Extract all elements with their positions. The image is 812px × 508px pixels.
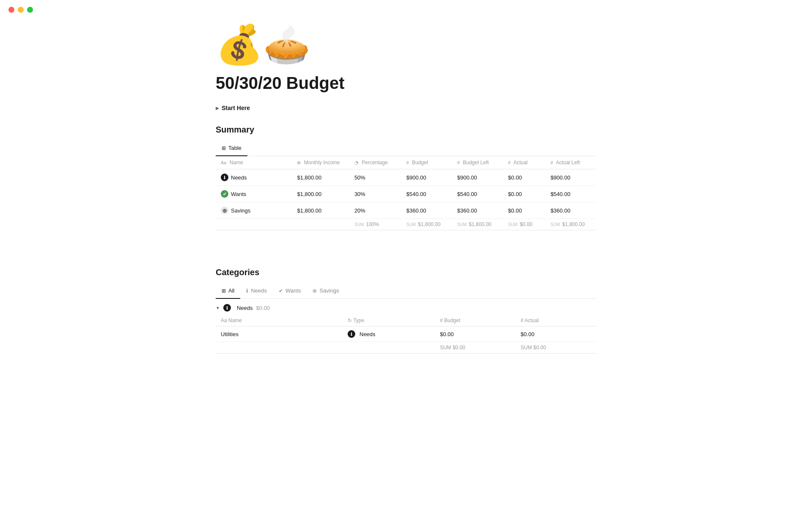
start-here-toggle[interactable]: ▶ Start Here — [216, 105, 596, 111]
hash-icon-3: # — [508, 160, 510, 165]
table-icon: ⊞ — [222, 145, 226, 151]
sort-icon: ⊕ — [297, 160, 301, 165]
text-icon: Aa — [221, 160, 226, 165]
page-icon: 💰🥧 — [216, 25, 596, 64]
sub-col-header-budget: # Budget — [435, 315, 516, 326]
tab-all-label: All — [228, 287, 234, 294]
hash-icon: # — [406, 160, 409, 165]
col-header-budget: # Budget — [401, 156, 452, 169]
categories-title: Categories — [216, 268, 596, 277]
categories-tab-bar: ⊞ All ℹ Needs ✔ Wants ⊕ Savings — [216, 284, 596, 299]
table-row[interactable]: ⊕ Savings $1,800.00 20% $360.00 $360.00 … — [216, 202, 596, 219]
needs-group-header: ▼ ℹ Needs $0.00 — [216, 299, 596, 315]
summary-savings-income: $1,800.00 — [292, 202, 349, 219]
sub-hash-icon-2: # — [521, 318, 524, 323]
traffic-lights — [0, 0, 41, 19]
close-button[interactable] — [8, 7, 14, 13]
maximize-button[interactable] — [27, 7, 33, 13]
col-header-percentage: ◔ Percentage — [349, 156, 401, 169]
col-header-budget-left: # Budget Left — [452, 156, 503, 169]
tab-wants[interactable]: ✔ Wants — [273, 284, 307, 299]
sub-sum-budget: SUM $0.00 — [435, 342, 516, 353]
needs-group-amount: $0.00 — [256, 305, 270, 311]
summary-tab-bar: ⊞ Table — [216, 141, 596, 156]
tab-savings[interactable]: ⊕ Savings — [307, 284, 345, 299]
sum-budget: SUM $1,800.00 — [401, 219, 452, 230]
summary-savings-budget-left: $360.00 — [452, 202, 503, 219]
tab-needs-label: Needs — [251, 287, 267, 294]
sub-sum-row: SUM $0.00 SUM $0.00 — [216, 342, 596, 353]
table-row[interactable]: ℹ Needs $1,800.00 50% $900.00 $900.00 $0… — [216, 169, 596, 186]
sum-actual: SUM $0.00 — [503, 219, 545, 230]
hash-icon-4: # — [551, 160, 553, 165]
summary-wants-budget: $540.00 — [401, 186, 452, 202]
summary-savings-name: ⊕ Savings — [216, 202, 292, 219]
sub-table-header: Aa Name ↻ Type # Budget # — [216, 315, 596, 326]
sub-col-header-actual: # Actual — [516, 315, 596, 326]
summary-wants-actual-left: $540.00 — [546, 186, 596, 202]
summary-needs-income: $1,800.00 — [292, 169, 349, 186]
summary-title: Summary — [216, 125, 596, 135]
cat-type-needs-icon: ℹ — [348, 330, 355, 338]
hash-icon-2: # — [457, 160, 460, 165]
summary-table: Aa Name ⊕ Monthly Income ◔ Percentage # … — [216, 156, 596, 230]
tab-wants-icon: ✔ — [279, 288, 283, 294]
sub-hash-icon: # — [440, 318, 443, 323]
page-title: 50/30/20 Budget — [216, 74, 596, 93]
tab-savings-label: Savings — [319, 287, 339, 294]
summary-wants-name: ✔ Wants — [216, 186, 292, 202]
summary-needs-budget-left: $900.00 — [452, 169, 503, 186]
summary-table-header: Aa Name ⊕ Monthly Income ◔ Percentage # … — [216, 156, 596, 169]
section-divider — [216, 234, 596, 247]
col-header-actual-left: # Actual Left — [546, 156, 596, 169]
tab-needs[interactable]: ℹ Needs — [240, 284, 273, 299]
summary-needs-pct: 50% — [349, 169, 401, 186]
sub-sum-actual: SUM $0.00 — [516, 342, 596, 353]
group-collapse-arrow[interactable]: ▼ — [216, 306, 220, 310]
tab-savings-icon: ⊕ — [313, 288, 317, 294]
needs-group-icon: ℹ — [223, 304, 231, 312]
summary-wants-budget-left: $540.00 — [452, 186, 503, 202]
cat-utilities-actual: $0.00 — [516, 326, 596, 342]
needs-group: ▼ ℹ Needs $0.00 Aa Name ↻ Type — [216, 299, 596, 353]
summary-wants-pct: 30% — [349, 186, 401, 202]
summary-savings-pct: 20% — [349, 202, 401, 219]
cat-utilities-budget: $0.00 — [435, 326, 516, 342]
tab-wants-label: Wants — [285, 287, 301, 294]
sub-col-header-name: Aa Name — [216, 315, 343, 326]
needs-icon: ℹ — [221, 174, 228, 181]
tab-table[interactable]: ⊞ Table — [216, 141, 247, 156]
summary-wants-actual: $0.00 — [503, 186, 545, 202]
toggle-label: Start Here — [222, 105, 250, 111]
savings-icon: ⊕ — [221, 207, 228, 214]
table-row[interactable]: ✔ Wants $1,800.00 30% $540.00 $540.00 $0… — [216, 186, 596, 202]
needs-group-label: Needs — [237, 305, 253, 311]
list-item[interactable]: Utilities ℹ Needs $0.00 $0.00 — [216, 326, 596, 342]
tab-needs-icon: ℹ — [246, 288, 248, 294]
col-header-actual: # Actual — [503, 156, 545, 169]
summary-needs-name: ℹ Needs — [216, 169, 292, 186]
summary-savings-budget: $360.00 — [401, 202, 452, 219]
pie-icon: ◔ — [354, 160, 359, 165]
summary-section: Summary ⊞ Table Aa Name ⊕ Monthly Income — [216, 125, 596, 230]
minimize-button[interactable] — [18, 7, 24, 13]
tab-table-label: Table — [228, 145, 241, 151]
main-content: 💰🥧 50/30/20 Budget ▶ Start Here Summary … — [173, 0, 639, 387]
tab-all[interactable]: ⊞ All — [216, 284, 240, 299]
cat-utilities-name: Utilities — [216, 326, 343, 342]
sub-col-header-type: ↻ Type — [343, 315, 435, 326]
col-header-name: Aa Name — [216, 156, 292, 169]
sub-text-icon: Aa — [221, 318, 227, 323]
sum-budget-left: SUM $1,800.00 — [452, 219, 503, 230]
summary-savings-actual: $0.00 — [503, 202, 545, 219]
sum-actual-left: SUM $1,800.00 — [546, 219, 596, 230]
cat-utilities-type: ℹ Needs — [343, 326, 435, 342]
col-header-monthly: ⊕ Monthly Income — [292, 156, 349, 169]
summary-savings-actual-left: $360.00 — [546, 202, 596, 219]
sub-cycle-icon: ↻ — [348, 318, 352, 323]
sum-pct: SUM 100% — [349, 219, 401, 230]
toggle-arrow-icon: ▶ — [216, 106, 219, 110]
wants-icon: ✔ — [221, 190, 228, 198]
summary-wants-income: $1,800.00 — [292, 186, 349, 202]
summary-needs-actual-left: $900.00 — [546, 169, 596, 186]
